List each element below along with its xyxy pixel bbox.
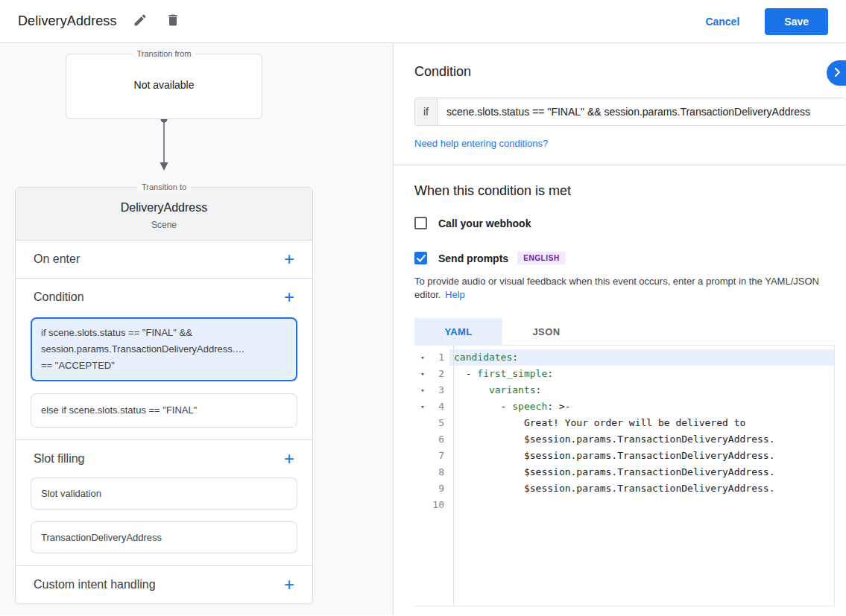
code-text[interactable]: $session.params.TransactionDeliveryAddre…: [449, 464, 834, 480]
on-enter-label: On enter: [34, 253, 80, 266]
slot-card[interactable]: TransactionDeliveryAddress: [31, 521, 297, 553]
code-line[interactable]: ▾ 1 candidates:: [414, 349, 834, 366]
page-title: DeliveryAddress: [18, 13, 117, 29]
fold-spacer: [414, 431, 431, 448]
fold-spacer: [414, 480, 431, 497]
line-number: 4: [431, 399, 449, 415]
code-text[interactable]: candidates:: [449, 349, 834, 366]
fold-arrow-icon[interactable]: ▾: [414, 366, 431, 382]
code-line[interactable]: ▾ 4 - speech: >-: [414, 399, 834, 415]
code-text[interactable]: Great! Your order will be delivered to: [449, 415, 834, 431]
condition-heading: Condition: [414, 64, 846, 80]
condition-detail-panel: Condition if Need help entering conditio…: [394, 43, 846, 615]
prompts-description-text: To provide audio or visual feedback when…: [414, 276, 819, 300]
slot-filling-label: Slot filling: [34, 452, 84, 466]
scene-name: DeliveryAddress: [16, 201, 312, 215]
code-line[interactable]: 7 $session.params.TransactionDeliveryAdd…: [414, 448, 834, 464]
cancel-button[interactable]: Cancel: [705, 16, 739, 28]
fold-spacer: [414, 464, 431, 480]
help-link[interactable]: Help: [445, 289, 465, 300]
line-number: 1: [431, 349, 449, 366]
editor-body: Transition from Not available Transition…: [0, 43, 846, 615]
send-prompts-row: Send prompts ENGLISH: [414, 252, 846, 264]
chevron-right-icon: [834, 68, 842, 79]
fold-arrow-icon[interactable]: ▾: [414, 349, 431, 366]
scene-editor-app: DeliveryAddress Cancel Save Transition f…: [0, 0, 846, 616]
code-text[interactable]: $session.params.TransactionDeliveryAddre…: [449, 448, 834, 464]
code-text[interactable]: $session.params.TransactionDeliveryAddre…: [449, 431, 834, 448]
fold-arrow-icon[interactable]: ▾: [414, 399, 431, 415]
code-line[interactable]: 9 $session.params.TransactionDeliveryAdd…: [414, 480, 834, 497]
condition-card-selected[interactable]: if scene.slots.status == "FINAL" && sess…: [31, 317, 297, 381]
condition-help-link[interactable]: Need help entering conditions?: [414, 138, 548, 149]
code-line[interactable]: ▾ 3 variants:: [414, 382, 834, 399]
line-number: 3: [431, 382, 449, 399]
trash-icon: [165, 13, 180, 30]
custom-intent-section: Custom intent handling +: [16, 566, 312, 603]
code-text[interactable]: - speech: >-: [449, 399, 834, 415]
fold-spacer: [414, 415, 431, 431]
editor-tabs: YAML JSON: [414, 318, 846, 345]
condition-section-label: Condition: [34, 290, 84, 304]
slot-filling-section: Slot filling + Slot validation Transacti…: [16, 440, 312, 566]
yaml-code-editor[interactable]: ▾ 1 candidates: ▾ 2 - first_simple: ▾ 3 …: [414, 345, 835, 606]
gutter-separator: [453, 346, 454, 606]
line-number: 8: [431, 464, 449, 480]
add-on-enter-button[interactable]: +: [284, 252, 294, 267]
fold-spacer: [414, 497, 431, 513]
save-button[interactable]: Save: [765, 8, 828, 35]
code-line[interactable]: 8 $session.params.TransactionDeliveryAdd…: [414, 464, 834, 480]
add-slot-button[interactable]: +: [284, 451, 294, 466]
line-number: 5: [431, 415, 449, 431]
checkmark-icon: [417, 252, 426, 265]
custom-intent-label: Custom intent handling: [34, 578, 156, 591]
transition-to-card: Transition to DeliveryAddress Scene On e…: [15, 187, 313, 604]
code-text[interactable]: - first_simple:: [449, 366, 834, 382]
scene-graph-panel: Transition from Not available Transition…: [0, 43, 394, 615]
edit-title-button[interactable]: [130, 12, 150, 31]
send-prompts-label: Send prompts: [438, 253, 508, 264]
line-number: 9: [431, 480, 449, 497]
pencil-icon: [133, 13, 148, 30]
section-divider: [394, 165, 846, 165]
condition-expression-input[interactable]: [437, 98, 846, 126]
add-custom-intent-button[interactable]: +: [284, 577, 294, 592]
code-line[interactable]: 5 Great! Your order will be delivered to: [414, 415, 834, 431]
transition-arrow-icon: [158, 115, 393, 177]
scene-card-header: DeliveryAddress Scene: [16, 188, 312, 241]
code-line[interactable]: 10: [414, 497, 834, 513]
transition-from-box: Transition from Not available: [66, 54, 262, 119]
line-number: 10: [431, 497, 449, 513]
condition-section: Condition + if scene.slots.status == "FI…: [16, 279, 312, 440]
call-webhook-label: Call your webhook: [438, 217, 531, 229]
tab-yaml[interactable]: YAML: [414, 318, 502, 345]
line-number: 6: [431, 431, 449, 448]
add-condition-button[interactable]: +: [284, 290, 294, 305]
delete-scene-button[interactable]: [163, 12, 183, 31]
on-enter-section: On enter +: [16, 241, 312, 279]
call-webhook-checkbox[interactable]: [414, 217, 427, 229]
code-line[interactable]: ▾ 2 - first_simple:: [414, 366, 834, 382]
fold-spacer: [414, 448, 431, 464]
transition-to-label: Transition to: [137, 182, 191, 191]
code-text[interactable]: $session.params.TransactionDeliveryAddre…: [449, 480, 834, 497]
send-prompts-checkbox[interactable]: [414, 252, 427, 264]
top-bar: DeliveryAddress Cancel Save: [0, 0, 846, 43]
prompts-description: To provide audio or visual feedback when…: [414, 275, 825, 302]
slot-validation-card[interactable]: Slot validation: [31, 477, 297, 509]
condition-card[interactable]: else if scene.slots.status == "FINAL": [31, 393, 297, 428]
webhook-row: Call your webhook: [414, 217, 846, 229]
line-number: 2: [431, 366, 449, 382]
transition-from-label: Transition from: [133, 49, 196, 58]
if-prefix: if: [414, 98, 437, 126]
tab-json[interactable]: JSON: [502, 318, 590, 345]
language-badge: ENGLISH: [517, 252, 566, 264]
code-line[interactable]: 6 $session.params.TransactionDeliveryAdd…: [414, 431, 834, 448]
condition-expression-row: if: [414, 98, 846, 126]
code-text[interactable]: [449, 497, 834, 513]
scene-subtitle: Scene: [16, 220, 312, 230]
code-text[interactable]: variants:: [449, 382, 834, 399]
collapse-panel-button[interactable]: [827, 60, 846, 86]
transition-from-value: Not available: [66, 54, 262, 91]
fold-arrow-icon[interactable]: ▾: [414, 382, 431, 399]
